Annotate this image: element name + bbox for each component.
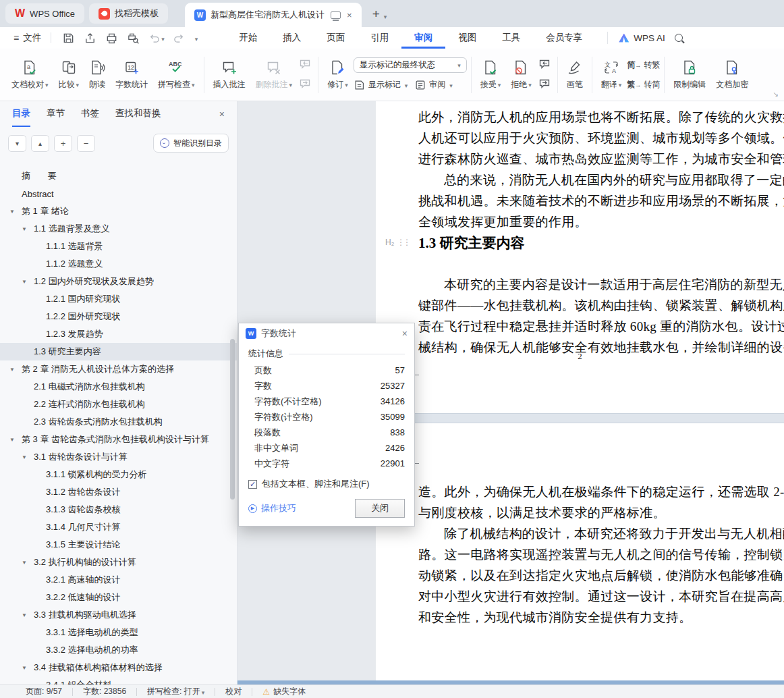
- toc-item[interactable]: 2.2 连杆式消防水包挂载机构: [0, 396, 237, 413]
- undo-history-chevron-icon[interactable]: [160, 33, 165, 43]
- menu-tab[interactable]: 视图: [445, 27, 489, 49]
- word-count-button[interactable]: 12 字数统计: [111, 54, 152, 96]
- toc-collapse-arrow-icon[interactable]: [9, 437, 22, 443]
- screen-share-icon[interactable]: [331, 11, 341, 19]
- checkbox-checked-icon[interactable]: [248, 480, 257, 489]
- toc-item[interactable]: 3.1.5 主要设计结论: [0, 536, 237, 554]
- tab-list-chevron-icon[interactable]: [383, 12, 387, 20]
- search-icon[interactable]: [675, 34, 683, 42]
- document-page-2[interactable]: 此外，消防无人机的应用场景也将不断拓展。除了传统的火灾救援任务外，消防无人机还可…: [376, 101, 784, 413]
- toc-item[interactable]: 1.2.1 国内研究现状: [0, 290, 237, 308]
- reject-button[interactable]: 拒绝: [506, 54, 536, 96]
- new-tab-button[interactable]: +: [372, 7, 380, 22]
- menu-tab[interactable]: 插入: [270, 27, 314, 49]
- next-comment-button[interactable]: [298, 77, 314, 92]
- translate-button[interactable]: 文A 翻译: [596, 54, 627, 96]
- tab-current-document[interactable]: W 新型高层住宅消防无人机设计 ×: [185, 3, 362, 27]
- sidebar-tab[interactable]: 书签: [81, 101, 99, 127]
- toc-item[interactable]: 1.2.2 国外研究现状: [0, 308, 237, 325]
- menu-tab[interactable]: 引用: [358, 27, 401, 49]
- toc-item[interactable]: 第 3 章 齿轮齿条式消防水包挂载机构设计与计算: [0, 431, 237, 448]
- toc-item[interactable]: 2.3 齿轮齿条式消防水包挂载机构: [0, 413, 237, 431]
- close-tab-icon[interactable]: ×: [347, 11, 352, 20]
- menu-tab[interactable]: 审阅: [401, 27, 445, 49]
- toc-item[interactable]: 3.3.1 选择电动机的类型: [0, 624, 237, 641]
- simplified-to-traditional-button[interactable]: 简→ 转繁: [627, 57, 660, 72]
- file-menu-button[interactable]: ≡ 文件: [0, 27, 51, 49]
- toc-collapse-arrow-icon[interactable]: [22, 279, 34, 285]
- toc-item[interactable]: 第 1 章 绪论: [0, 203, 237, 220]
- toc-item[interactable]: 3.2 执行机构轴的设计计算: [0, 554, 237, 571]
- toc-item[interactable]: 摘 要: [0, 167, 237, 185]
- menu-tab[interactable]: 页面: [314, 27, 358, 49]
- brush-button[interactable]: 画笔: [562, 54, 588, 96]
- toc-item[interactable]: 3.4 挂载箱体机构箱体材料的选择: [0, 659, 237, 676]
- toc-item[interactable]: 第 2 章 消防无人机设计总体方案的选择: [0, 360, 237, 378]
- sidebar-tab[interactable]: 目录: [12, 101, 30, 127]
- dialog-title-bar[interactable]: W 字数统计 ×: [239, 323, 414, 344]
- print-button[interactable]: [105, 32, 118, 45]
- doc-proof-button[interactable]: a 文档校对: [7, 54, 53, 96]
- drag-handle-icon[interactable]: [397, 238, 409, 247]
- tab-docer-templates[interactable]: 找稻壳模板: [89, 3, 168, 24]
- toc-item[interactable]: 1.1.2 选题意义: [0, 255, 237, 273]
- redo-button[interactable]: [173, 32, 185, 44]
- close-sidebar-icon[interactable]: ×: [219, 109, 225, 119]
- zoom-in-toc-button[interactable]: +: [54, 135, 72, 152]
- markup-state-select[interactable]: 显示标记的最终状态: [354, 57, 467, 73]
- toolbar-more-chevron-icon[interactable]: [194, 33, 198, 43]
- sidebar-tab[interactable]: 查找和替换: [115, 101, 161, 127]
- show-markup-button[interactable]: 显示标记: [354, 78, 408, 92]
- smart-toc-button[interactable]: 智能识别目录: [153, 134, 229, 153]
- track-changes-button[interactable]: 修订: [323, 54, 353, 96]
- proofing-button[interactable]: 校对: [225, 686, 242, 697]
- expand-all-button[interactable]: [8, 135, 26, 152]
- toc-item[interactable]: 1.2.3 发展趋势: [0, 325, 237, 343]
- undo-button[interactable]: [148, 32, 165, 44]
- sidebar-tab[interactable]: 章节: [47, 101, 65, 127]
- ribbon-expand-icon[interactable]: ↘: [773, 90, 779, 98]
- previous-comment-button[interactable]: [298, 57, 314, 72]
- toc-item[interactable]: 1.1 选题背景及意义: [0, 220, 237, 238]
- previous-change-button[interactable]: [537, 57, 553, 72]
- toc-item[interactable]: 3.1.1 锁紧机构的受力分析: [0, 466, 237, 483]
- tab-wps-office[interactable]: W WPS Office: [5, 3, 84, 24]
- encrypt-document-button[interactable]: 文档加密: [711, 54, 753, 96]
- toc-item[interactable]: 3.3.2 选择电动机的功率: [0, 641, 237, 659]
- toc-collapse-arrow-icon[interactable]: [22, 665, 34, 671]
- document-page-3[interactable]: 造。此外，为确保无人机在极端条件下的稳定运行，还需选取 2-3 个关键部件进行强…: [376, 423, 784, 680]
- sidebar-scrollbar[interactable]: [230, 339, 235, 500]
- missing-font-warning[interactable]: 缺失字体: [262, 686, 306, 697]
- tips-link[interactable]: 操作技巧: [248, 502, 296, 514]
- menu-tab[interactable]: 开始: [226, 27, 270, 49]
- toc-item[interactable]: 1.2 国内外研究现状及发展趋势: [0, 273, 237, 290]
- toc-item[interactable]: Abstract: [0, 185, 237, 203]
- zoom-out-toc-button[interactable]: −: [77, 135, 95, 152]
- toc-item[interactable]: 3.1.3 齿轮齿条校核: [0, 501, 237, 518]
- save-button[interactable]: [62, 32, 75, 45]
- word-count-indicator[interactable]: 字数: 23856: [83, 686, 126, 697]
- close-dialog-icon[interactable]: ×: [402, 328, 408, 339]
- toc-item[interactable]: 1.1.1 选题背景: [0, 238, 237, 255]
- close-button[interactable]: 关闭: [355, 499, 405, 518]
- read-aloud-button[interactable]: 朗读: [84, 54, 110, 96]
- compare-button[interactable]: 比较: [54, 54, 84, 96]
- export-button[interactable]: [84, 32, 96, 45]
- toc-item[interactable]: 3.2.1 高速轴的设计: [0, 571, 237, 589]
- print-preview-button[interactable]: [127, 32, 140, 45]
- traditional-to-simplified-button[interactable]: 繁→ 转简: [627, 77, 660, 92]
- toc-collapse-arrow-icon[interactable]: [9, 367, 22, 373]
- delete-comment-button[interactable]: 删除批注: [251, 54, 298, 96]
- spell-check-button[interactable]: ABC 拼写检查: [153, 54, 200, 96]
- toc-collapse-arrow-icon[interactable]: [22, 226, 34, 232]
- collapse-all-button[interactable]: [31, 135, 49, 152]
- insert-comment-button[interactable]: 插入批注: [208, 54, 250, 96]
- toc-collapse-arrow-icon[interactable]: [22, 560, 34, 566]
- next-change-button[interactable]: [537, 77, 553, 92]
- toc-item[interactable]: 3.4.1 铝合金材料: [0, 676, 237, 684]
- menu-tab[interactable]: 工具: [489, 27, 533, 49]
- review-mode-button[interactable]: 审阅: [414, 78, 453, 92]
- toc-item[interactable]: 3.1 齿轮齿条设计与计算: [0, 448, 237, 466]
- heading-level-marker[interactable]: H₂: [385, 238, 409, 247]
- restrict-editing-button[interactable]: 限制编辑: [669, 54, 710, 96]
